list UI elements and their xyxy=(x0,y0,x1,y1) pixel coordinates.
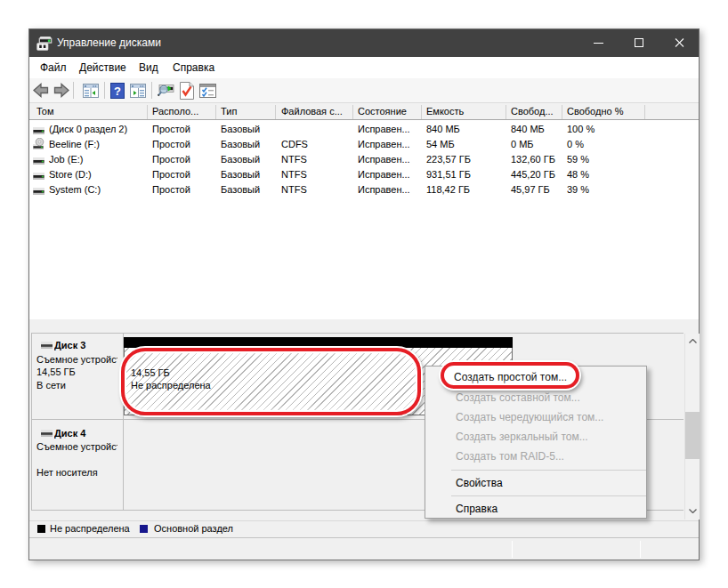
svg-text:?: ? xyxy=(114,85,121,98)
